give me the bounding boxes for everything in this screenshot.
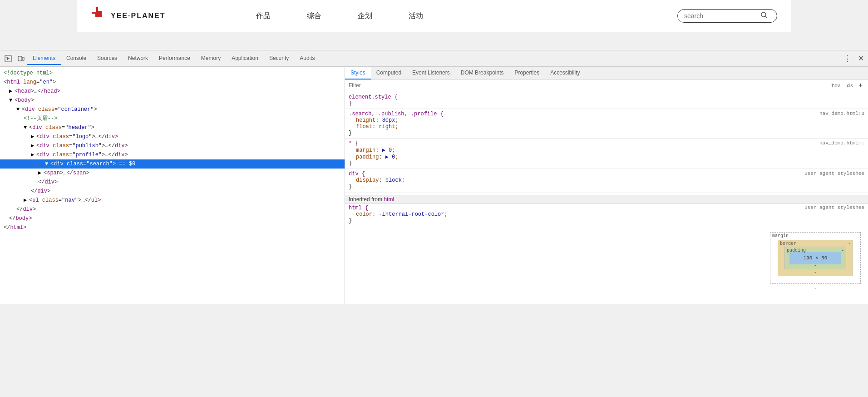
tab-memory[interactable]: Memory	[196, 52, 226, 65]
styles-tabs: Styles Computed Event Listeners DOM Brea…	[345, 67, 868, 80]
site-navigation: 作品 综合 企划 活动	[256, 11, 423, 21]
tab-security[interactable]: Security	[264, 52, 294, 65]
tab-console[interactable]: Console	[61, 52, 92, 65]
html-line-span[interactable]: ▶<span>…</span>	[0, 169, 345, 178]
html-line-container[interactable]: ▼<div class="container">	[0, 105, 345, 114]
tab-properties[interactable]: Properties	[509, 67, 545, 79]
svg-line-4	[765, 16, 767, 18]
search-icon	[760, 11, 768, 20]
inherited-header: Inherited from html	[345, 195, 868, 204]
devtools-panel: Elements Console Sources Network Perform…	[0, 50, 868, 304]
svg-rect-6	[18, 56, 22, 61]
filter-buttons: :hov .cls +	[829, 81, 864, 90]
svg-rect-1	[95, 11, 102, 17]
html-line-close-body: </body>	[0, 214, 345, 223]
devtools-toolbar: Elements Console Sources Network Perform…	[0, 50, 868, 67]
user-agent-source-1: user agent styleshee	[804, 171, 864, 176]
html-line-profile[interactable]: ▶<div class="profile">…</div>	[0, 150, 345, 159]
elements-panel[interactable]: <!doctype html> <html lang="en"> ▶<head>…	[0, 67, 345, 304]
html-line-close-div2: </div>	[0, 187, 345, 196]
svg-rect-2	[92, 7, 96, 12]
nav-item-general[interactable]: 综合	[307, 11, 321, 21]
styles-filter-bar: :hov .cls +	[345, 80, 868, 91]
tab-sources[interactable]: Sources	[92, 52, 123, 65]
nav-item-activity[interactable]: 活动	[409, 11, 423, 21]
svg-rect-7	[22, 57, 24, 60]
style-rule-element: element.style { }	[345, 93, 868, 108]
html-line-ul-nav[interactable]: ▶<ul class="nav">…</ul>	[0, 196, 345, 205]
tab-elements[interactable]: Elements	[27, 52, 61, 65]
box-model-diagram: margin - - border - - padding -	[770, 232, 861, 291]
tab-network[interactable]: Network	[123, 52, 153, 65]
border-label: border	[780, 241, 796, 246]
box-dimensions: 190 × 80	[804, 255, 828, 261]
add-style-button[interactable]: +	[857, 81, 864, 90]
styles-panel: Styles Computed Event Listeners DOM Brea…	[345, 67, 868, 304]
html-line-logo[interactable]: ▶<div class="logo">…</div>	[0, 132, 345, 141]
html-line-publish[interactable]: ▶<div class="publish">…</div>	[0, 141, 345, 150]
html-line-html: <html lang="en">	[0, 78, 345, 87]
tab-accessibility[interactable]: Accessibility	[545, 67, 585, 79]
html-line-comment: <!--页眉-->	[0, 114, 345, 123]
tab-audits[interactable]: Audits	[294, 52, 320, 65]
styles-content: element.style { } .search, .publish, .pr…	[345, 91, 868, 304]
html-line-close-div1: </div>	[0, 178, 345, 187]
user-agent-source-2: user agent styleshee	[804, 205, 864, 210]
more-options-button[interactable]: ⋮	[842, 54, 853, 64]
svg-point-3	[761, 12, 766, 17]
styles-filter-input[interactable]	[349, 81, 829, 89]
html-line-doctype: <!doctype html>	[0, 69, 345, 78]
tab-styles[interactable]: Styles	[345, 67, 371, 79]
cls-filter-button[interactable]: .cls	[843, 82, 855, 89]
html-line-close-html: </html>	[0, 223, 345, 232]
html-line-header[interactable]: ▼<div class="header">	[0, 123, 345, 132]
nav-item-works[interactable]: 作品	[256, 11, 271, 21]
device-toggle-button[interactable]	[15, 52, 27, 65]
inspect-element-button[interactable]	[2, 52, 15, 65]
box-model-area: margin - - border - - padding -	[345, 225, 868, 298]
style-rule-universal: * { nav_demo.html:: margin: ▶ 0; padding…	[345, 139, 868, 168]
margin-label: margin	[772, 233, 789, 238]
html-line-search-selected[interactable]: ... ▼<div class="search"> == $0	[0, 159, 345, 169]
logo-icon	[91, 6, 107, 26]
devtools-body: <!doctype html> <html lang="en"> ▶<head>…	[0, 67, 868, 304]
search-input[interactable]	[684, 12, 757, 20]
close-devtools-button[interactable]: ✕	[855, 53, 866, 64]
tab-dom-breakpoints[interactable]: DOM Breakpoints	[455, 67, 509, 79]
html-line-body[interactable]: ▼<body>	[0, 96, 345, 105]
search-box[interactable]	[677, 9, 777, 23]
padding-label: padding	[787, 248, 806, 253]
hover-filter-button[interactable]: :hov	[829, 82, 842, 89]
html-line-head[interactable]: ▶<head>…</head>	[0, 87, 345, 96]
site-logo: YEE·PLANET	[91, 6, 165, 26]
tab-performance[interactable]: Performance	[153, 52, 196, 65]
style-rule-html: html { user agent styleshee color: -inte…	[345, 204, 868, 225]
tab-computed[interactable]: Computed	[371, 67, 407, 79]
tab-event-listeners[interactable]: Event Listeners	[407, 67, 455, 79]
search-area	[677, 9, 777, 23]
style-rule-search-publish-profile: .search, .publish, .profile { nav_demo.h…	[345, 110, 868, 137]
html-line-close-div3: </div>	[0, 205, 345, 214]
margin-minus: -	[856, 233, 858, 238]
tab-application[interactable]: Application	[226, 52, 264, 65]
logo-text: YEE·PLANET	[111, 12, 165, 20]
style-rule-div: div { user agent styleshee display: bloc…	[345, 170, 868, 191]
nav-item-plan[interactable]: 企划	[358, 11, 372, 21]
